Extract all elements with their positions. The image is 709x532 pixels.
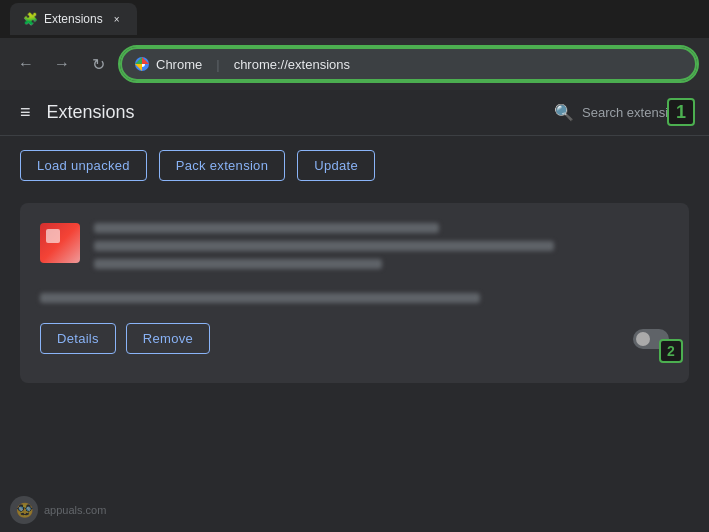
search-icon: 🔍 <box>554 103 574 122</box>
tab-title: Extensions <box>44 12 103 26</box>
hamburger-menu-icon[interactable]: ≡ <box>20 102 31 123</box>
extension-desc-line1-blurred <box>94 241 554 251</box>
card-top <box>40 223 669 277</box>
browser-window: 🧩 Extensions × ← → ↻ <box>0 0 709 532</box>
browser-chrome: 🧩 Extensions × ← → ↻ <box>0 0 709 90</box>
watermark-icon: 🥸 <box>10 496 38 524</box>
toolbar: Load unpacked Pack extension Update <box>0 136 709 195</box>
chrome-site-indicator: Chrome | chrome://extensions <box>134 56 350 72</box>
tab-bar: 🧩 Extensions × <box>0 0 709 38</box>
card-actions: Details Remove <box>40 323 210 354</box>
page-content: ≡ Extensions 🔍 Search extensions Load un… <box>0 90 709 532</box>
step-2-badge: 2 <box>659 339 683 363</box>
remove-button[interactable]: Remove <box>126 323 210 354</box>
pack-extension-button[interactable]: Pack extension <box>159 150 285 181</box>
step-1-badge: 1 <box>667 98 695 126</box>
card-mid <box>40 293 669 303</box>
toggle-knob <box>636 332 650 346</box>
address-divider: | <box>216 57 219 72</box>
page-title: Extensions <box>47 102 539 123</box>
chrome-logo-icon <box>134 56 150 72</box>
cards-area: Details Remove 2 <box>0 195 709 532</box>
extension-info <box>94 223 669 277</box>
address-text: chrome://extensions <box>234 57 350 72</box>
load-unpacked-button[interactable]: Load unpacked <box>20 150 147 181</box>
details-button[interactable]: Details <box>40 323 116 354</box>
extensions-favicon: 🧩 <box>22 11 38 27</box>
page-header: ≡ Extensions 🔍 Search extensions <box>0 90 709 136</box>
extension-icon <box>40 223 80 263</box>
address-bar[interactable]: Chrome | chrome://extensions <box>120 47 697 81</box>
reload-button[interactable]: ↻ <box>84 50 112 78</box>
extension-desc-line2-blurred <box>94 259 382 269</box>
extension-detail-blurred <box>40 293 480 303</box>
chrome-label: Chrome <box>156 57 202 72</box>
update-button[interactable]: Update <box>297 150 375 181</box>
extension-card: Details Remove 2 <box>20 203 689 383</box>
watermark: 🥸 appuals.com <box>10 496 106 524</box>
tab-close-button[interactable]: × <box>109 11 125 27</box>
nav-bar: ← → ↻ Chrome | chrome://extensions <box>0 38 709 90</box>
forward-button[interactable]: → <box>48 50 76 78</box>
extensions-tab[interactable]: 🧩 Extensions × <box>10 3 137 35</box>
toggle-container: 2 <box>633 329 669 349</box>
card-bottom: Details Remove 2 <box>40 315 669 354</box>
extension-name-blurred <box>94 223 439 233</box>
back-button[interactable]: ← <box>12 50 40 78</box>
watermark-text: appuals.com <box>44 504 106 516</box>
